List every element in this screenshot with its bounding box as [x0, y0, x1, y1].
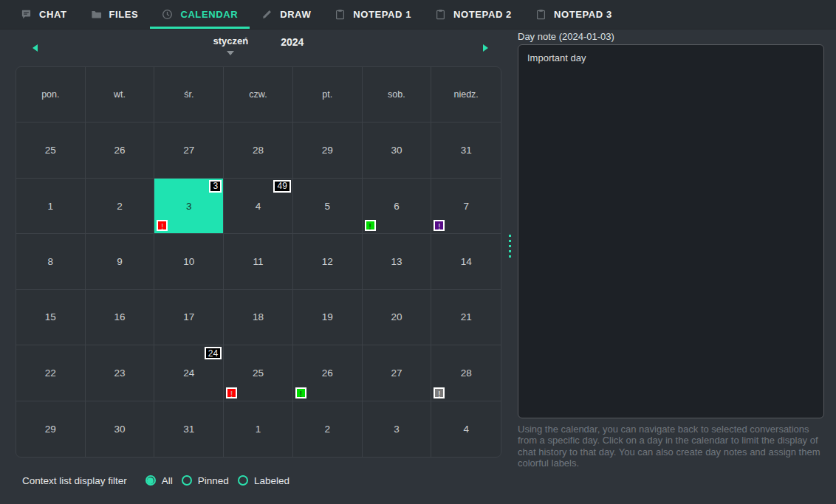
pane-resize-handle[interactable]	[507, 235, 513, 263]
calendar-day-cell[interactable]: 19	[293, 290, 363, 345]
day-number: 5	[324, 201, 330, 212]
tab-label: FILES	[109, 9, 139, 20]
filter-option-pinned[interactable]: Pinned	[182, 475, 229, 486]
calendar-day-cell[interactable]: 31	[431, 122, 501, 177]
day-number: 30	[114, 424, 126, 435]
weekday-header-row: pon.wt.śr.czw.pt.sob.niedz.	[16, 67, 501, 122]
day-number: 20	[391, 311, 402, 322]
week-row: 25262728293031	[16, 122, 501, 178]
week-row: 2930311234	[16, 401, 501, 457]
calendar-day-cell[interactable]: 1	[224, 401, 293, 457]
calendar-day-cell[interactable]: 26!	[293, 345, 363, 400]
calendar-day-cell[interactable]: 14	[431, 234, 501, 289]
day-number: 2	[117, 201, 123, 212]
tab-calendar[interactable]: CALENDAR	[150, 0, 250, 29]
day-number: 3	[186, 201, 192, 212]
calendar-day-cell[interactable]: 7!	[431, 179, 501, 233]
calendar-day-cell[interactable]: 449	[224, 179, 293, 233]
calendar-header: styczeń 2024	[16, 30, 501, 66]
day-number: 9	[117, 256, 123, 267]
calendar-day-cell[interactable]: 12	[293, 234, 363, 289]
calendar-day-cell[interactable]: 2	[86, 179, 155, 233]
calendar-day-cell[interactable]: 2424	[154, 345, 224, 400]
calendar-day-cell[interactable]: 21	[431, 290, 501, 345]
month-dropdown[interactable]: styczeń	[213, 35, 249, 55]
calendar-day-cell[interactable]: 5	[293, 179, 363, 233]
calendar-day-cell[interactable]: 31	[154, 401, 224, 457]
calendar-day-cell[interactable]: 4	[431, 401, 501, 457]
weekday-header: śr.	[154, 67, 224, 122]
calendar-day-cell[interactable]: 29	[293, 122, 363, 177]
day-number: 29	[45, 424, 56, 435]
next-month-button[interactable]	[478, 41, 493, 55]
calendar-day-cell[interactable]: 8	[16, 234, 86, 289]
calendar-day-cell[interactable]: 13	[363, 234, 432, 289]
day-label-badge: !	[434, 387, 445, 398]
calendar-day-cell[interactable]: 22	[16, 345, 86, 400]
tab-draw[interactable]: DRAW	[250, 0, 323, 29]
calendar-day-cell[interactable]: 28	[224, 122, 293, 177]
calendar-day-cell[interactable]: 30	[363, 122, 432, 177]
tab-label: NOTEPAD 1	[353, 9, 411, 20]
tab-notepad-3[interactable]: NOTEPAD 3	[524, 0, 624, 29]
calendar-day-cell[interactable]: 28!	[431, 345, 501, 400]
folder-icon	[91, 9, 102, 20]
calendar-day-cell[interactable]: 29	[16, 401, 86, 457]
filter-option-all[interactable]: All	[145, 475, 173, 486]
weekday-header: pon.	[16, 67, 86, 122]
calendar-day-cell[interactable]: 18	[224, 290, 293, 345]
tab-files[interactable]: FILES	[79, 0, 151, 29]
day-number: 27	[183, 145, 194, 156]
tab-notepad-2[interactable]: NOTEPAD 2	[423, 0, 524, 29]
calendar-day-cell[interactable]: 9	[86, 234, 155, 289]
tab-label: DRAW	[280, 9, 311, 20]
calendar-day-cell[interactable]: 11	[224, 234, 293, 289]
tab-bar: CHATFILESCALENDARDRAWNOTEPAD 1NOTEPAD 2N…	[0, 0, 836, 30]
weekday-header: pt.	[293, 67, 363, 122]
calendar-day-cell[interactable]: 10	[154, 234, 224, 289]
day-number: 4	[256, 201, 261, 212]
day-number: 24	[183, 367, 194, 379]
day-note-textarea[interactable]: Important day	[518, 44, 824, 418]
week-row: 15161718192021	[16, 290, 501, 345]
calendar-day-cell[interactable]: 27	[363, 345, 432, 400]
day-number: 18	[253, 311, 264, 322]
filter-option-labeled[interactable]: Labeled	[238, 475, 289, 486]
radio-button[interactable]	[145, 475, 156, 486]
calendar-day-cell[interactable]: 3	[363, 401, 432, 457]
calendar-day-cell[interactable]: 17	[154, 290, 224, 345]
calendar-day-cell[interactable]: 23	[86, 345, 155, 400]
day-number: 16	[114, 311, 126, 322]
year-dropdown[interactable]: 2024	[281, 35, 304, 48]
calendar-day-cell[interactable]: 15	[16, 290, 86, 345]
calendar-day-cell[interactable]: 16	[86, 290, 155, 345]
radio-button[interactable]	[182, 475, 192, 486]
day-number: 31	[461, 145, 472, 156]
calendar-grid: pon.wt.śr.czw.pt.sob.niedz.2526272829303…	[16, 66, 501, 458]
week-row: 2223242425!26!2728!	[16, 345, 501, 401]
day-number: 21	[461, 311, 472, 322]
day-number: 13	[391, 256, 402, 267]
tab-notepad-1[interactable]: NOTEPAD 1	[323, 0, 423, 29]
calendar-day-cell[interactable]: 1	[16, 179, 86, 233]
tab-chat[interactable]: CHAT	[9, 0, 79, 29]
calendar-day-cell[interactable]: 30	[86, 401, 155, 457]
radio-label: Pinned	[198, 475, 229, 486]
context-filter-bar: Context list display filter AllPinnedLab…	[22, 470, 289, 491]
day-number: 26	[322, 367, 333, 379]
weekday-header: czw.	[224, 67, 293, 122]
day-number: 15	[45, 311, 56, 322]
day-label-badge: !	[434, 220, 445, 231]
calendar-day-cell[interactable]: 27	[154, 122, 224, 177]
month-label: styczeń	[213, 35, 249, 46]
calendar-day-cell[interactable]: 26	[86, 122, 155, 177]
calendar-day-cell[interactable]: 6!	[363, 179, 432, 233]
calendar-day-cell[interactable]: 33!	[154, 179, 224, 233]
calendar-day-cell[interactable]: 20	[363, 290, 432, 345]
clock-icon	[162, 9, 173, 20]
calendar-day-cell[interactable]: 25!	[224, 345, 293, 400]
calendar-day-cell[interactable]: 25	[16, 122, 86, 177]
calendar-day-cell[interactable]: 2	[293, 401, 363, 457]
day-number: 19	[322, 311, 333, 322]
radio-button[interactable]	[238, 475, 248, 486]
